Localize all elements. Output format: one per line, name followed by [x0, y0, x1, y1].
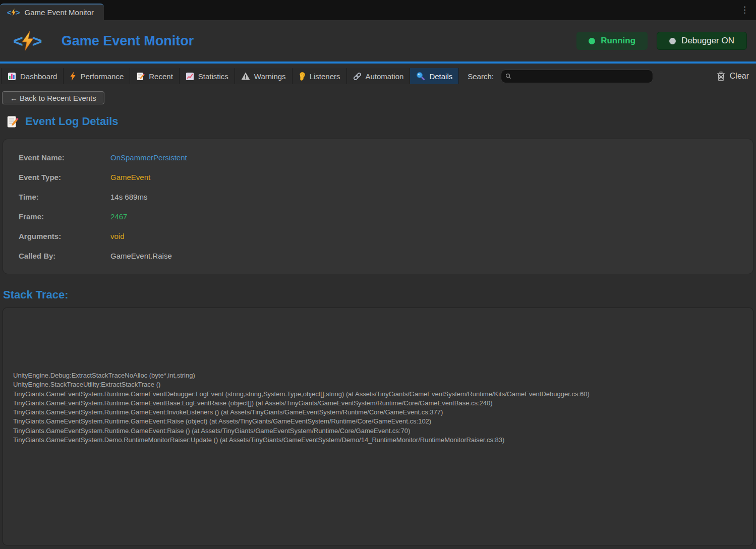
app-header: < > Game Event Monitor Running Debugger … — [0, 20, 756, 62]
running-dot-icon — [589, 38, 595, 44]
search-label: Search: — [468, 72, 494, 81]
warning-triangle-icon — [241, 72, 250, 80]
field-label: Arguments: — [19, 232, 110, 240]
bar-chart-icon — [8, 72, 16, 81]
search-input[interactable] — [514, 72, 649, 80]
tab-label: Recent — [149, 72, 173, 81]
field-value: void — [110, 232, 125, 240]
stack-trace-box[interactable]: UnityEngine.Debug:ExtractStackTraceNoAll… — [3, 308, 753, 545]
search-icon — [505, 73, 511, 79]
field-frame: Frame: 2467 — [19, 207, 753, 226]
search-box[interactable] — [501, 70, 653, 83]
tab-label: Performance — [80, 72, 124, 81]
toolbar: Dashboard Performance Recent Statistics — [0, 64, 756, 87]
tab-label: Statistics — [198, 72, 228, 81]
trash-icon — [717, 72, 725, 81]
tab-label: Dashboard — [20, 72, 57, 81]
stack-trace-line: TinyGiants.GameEventSystem.Runtime.GameE… — [13, 390, 753, 399]
tab-dashboard[interactable]: Dashboard — [1, 68, 64, 84]
field-label: Time: — [19, 193, 110, 201]
stack-trace-line: UnityEngine.StackTraceUtility:ExtractSta… — [13, 380, 753, 389]
field-called-by: Called By: GameEvent.Raise — [19, 246, 753, 266]
running-status-badge: Running — [576, 32, 648, 50]
tab-label: Listeners — [310, 72, 340, 81]
tab-label: Automation — [366, 72, 404, 81]
tab-performance[interactable]: Performance — [64, 68, 130, 84]
window-tab-title: Game Event Monitor — [25, 8, 94, 17]
stack-trace-line: TinyGiants.GameEventSystem.Runtime.GameE… — [13, 417, 753, 426]
field-event-type: Event Type: GameEvent — [19, 167, 753, 187]
field-label: Called By: — [19, 252, 110, 260]
clear-button[interactable]: Clear — [714, 72, 752, 81]
section-title: Event Log Details — [25, 115, 119, 128]
field-label: Frame: — [19, 212, 110, 221]
back-arrow-icon: ← — [10, 94, 18, 102]
debugger-status-badge[interactable]: Debugger ON — [657, 32, 747, 50]
tab-label: Warnings — [254, 72, 286, 81]
tab-statistics[interactable]: Statistics — [180, 68, 235, 84]
running-label: Running — [601, 36, 635, 46]
field-label: Event Type: — [19, 173, 110, 181]
field-time: Time: 14s 689ms — [19, 187, 753, 207]
tab-details[interactable]: Details — [410, 68, 459, 84]
window-menu-icon[interactable]: ⋮ — [740, 5, 749, 15]
field-event-name: Event Name: OnSpammerPersistent — [19, 148, 753, 167]
field-value: OnSpammerPersistent — [110, 153, 187, 162]
stack-trace-line: UnityEngine.Debug:ExtractStackTraceNoAll… — [13, 371, 753, 380]
event-details-panel: Event Name: OnSpammerPersistent Event Ty… — [3, 139, 753, 274]
field-label: Event Name: — [19, 153, 110, 162]
tab-label: Details — [429, 72, 452, 81]
back-button-label: Back to Recent Events — [20, 94, 96, 102]
window-tab-strip: < > Game Event Monitor ⋮ — [0, 0, 756, 20]
ear-icon — [299, 72, 306, 81]
stack-trace-line: TinyGiants.GameEventSystem.Runtime.GameE… — [13, 408, 753, 417]
memo-icon — [136, 72, 145, 81]
link-icon — [353, 72, 362, 81]
stack-trace-line: TinyGiants.GameEventSystem.Demo.RuntimeM… — [13, 436, 753, 445]
logo-brackets-bolt-icon: < > — [7, 8, 20, 17]
field-value: GameEvent — [110, 173, 150, 181]
tab-automation[interactable]: Automation — [347, 68, 411, 84]
tab-warnings[interactable]: Warnings — [235, 68, 293, 84]
tab-recent[interactable]: Recent — [130, 68, 180, 84]
field-value: GameEvent.Raise — [110, 252, 172, 260]
back-to-recent-events-button[interactable]: ← Back to Recent Events — [2, 91, 104, 104]
window-tab-game-event-monitor[interactable]: < > Game Event Monitor — [0, 4, 104, 20]
field-value: 2467 — [110, 212, 127, 221]
magnifier-icon — [416, 72, 425, 81]
field-value: 14s 689ms — [110, 193, 147, 201]
field-arguments: Arguments: void — [19, 226, 753, 246]
chart-increasing-icon — [186, 72, 194, 81]
debugger-dot-icon — [669, 38, 676, 44]
stack-trace-line: TinyGiants.GameEventSystem.Runtime.GameE… — [13, 426, 753, 436]
stack-trace-line: TinyGiants.GameEventSystem.Runtime.GameE… — [13, 399, 753, 408]
lightning-icon — [70, 72, 76, 81]
tab-listeners[interactable]: Listeners — [293, 68, 347, 84]
event-log-details-heading: Event Log Details — [6, 115, 756, 128]
app-logo-icon: < > — [13, 31, 42, 51]
memo-icon — [6, 115, 19, 128]
clear-label: Clear — [730, 72, 749, 81]
stack-trace-heading: Stack Trace: — [3, 288, 756, 301]
debugger-label: Debugger ON — [681, 36, 734, 46]
page-title: Game Event Monitor — [62, 33, 194, 49]
